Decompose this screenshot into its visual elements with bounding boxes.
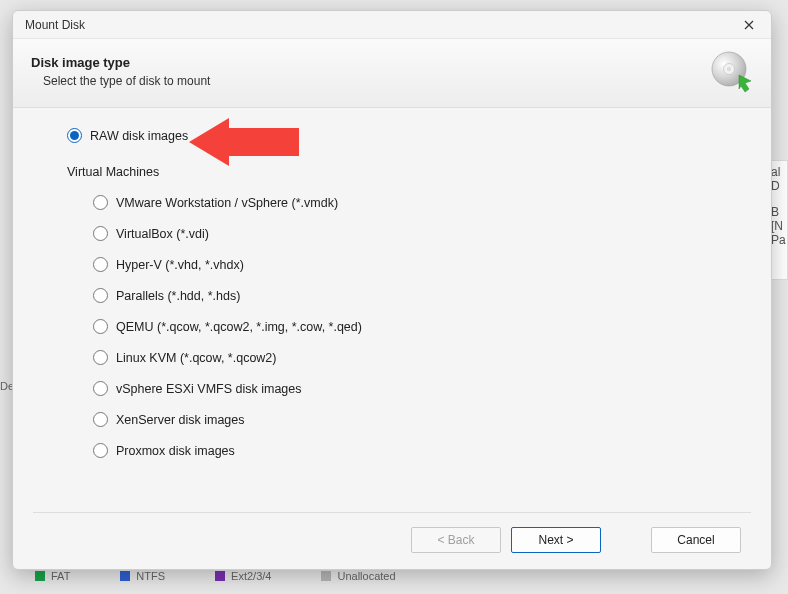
radio-virtualbox[interactable]: VirtualBox (*.vdi) <box>93 226 737 241</box>
legend-swatch <box>35 571 45 581</box>
dialog-footer: < Back Next > Cancel <box>33 512 751 569</box>
legend-swatch <box>215 571 225 581</box>
radio-input-raw[interactable] <box>67 128 82 143</box>
legend-item-unallocated: Unallocated <box>321 570 395 582</box>
wizard-header: Disk image type Select the type of disk … <box>13 39 771 108</box>
radio-linux-kvm[interactable]: Linux KVM (*.qcow, *.qcow2) <box>93 350 737 365</box>
window-title: Mount Disk <box>25 18 85 32</box>
back-button[interactable]: < Back <box>411 527 501 553</box>
radio-raw-disk-images[interactable]: RAW disk images <box>67 128 737 143</box>
radio-label[interactable]: Hyper-V (*.vhd, *.vhdx) <box>116 258 244 272</box>
legend-swatch <box>120 571 130 581</box>
radio-input[interactable] <box>93 257 108 272</box>
radio-input[interactable] <box>93 195 108 210</box>
radio-input[interactable] <box>93 226 108 241</box>
vm-options-group: VMware Workstation / vSphere (*.vmdk) Vi… <box>67 195 737 458</box>
legend-item-ntfs: NTFS <box>120 570 165 582</box>
radio-label[interactable]: VirtualBox (*.vdi) <box>116 227 209 241</box>
radio-label[interactable]: XenServer disk images <box>116 413 245 427</box>
radio-parallels[interactable]: Parallels (*.hdd, *.hds) <box>93 288 737 303</box>
page-title: Disk image type <box>31 55 210 70</box>
radio-xenserver[interactable]: XenServer disk images <box>93 412 737 427</box>
radio-label-raw[interactable]: RAW disk images <box>90 129 188 143</box>
next-button[interactable]: Next > <box>511 527 601 553</box>
legend-item-ext: Ext2/3/4 <box>215 570 271 582</box>
radio-label[interactable]: VMware Workstation / vSphere (*.vmdk) <box>116 196 338 210</box>
svg-point-2 <box>727 67 731 71</box>
legend-item-fat: FAT <box>35 570 70 582</box>
titlebar: Mount Disk <box>13 11 771 39</box>
page-subtitle: Select the type of disk to mount <box>43 74 210 88</box>
radio-hyperv[interactable]: Hyper-V (*.vhd, *.vhdx) <box>93 257 737 272</box>
radio-qemu[interactable]: QEMU (*.qcow, *.qcow2, *.img, *.cow, *.q… <box>93 319 737 334</box>
radio-label[interactable]: Proxmox disk images <box>116 444 235 458</box>
radio-input[interactable] <box>93 381 108 396</box>
close-icon <box>744 20 754 30</box>
radio-label[interactable]: vSphere ESXi VMFS disk images <box>116 382 302 396</box>
radio-input[interactable] <box>93 319 108 334</box>
radio-proxmox[interactable]: Proxmox disk images <box>93 443 737 458</box>
dialog-body: RAW disk images Virtual Machines VMware … <box>13 108 771 512</box>
radio-vmware[interactable]: VMware Workstation / vSphere (*.vmdk) <box>93 195 737 210</box>
filesystem-legend: FAT NTFS Ext2/3/4 Unallocated <box>35 570 396 582</box>
radio-input[interactable] <box>93 288 108 303</box>
radio-label[interactable]: Parallels (*.hdd, *.hds) <box>116 289 240 303</box>
cancel-button[interactable]: Cancel <box>651 527 741 553</box>
radio-esxi-vmfs[interactable]: vSphere ESXi VMFS disk images <box>93 381 737 396</box>
disk-mount-icon <box>709 49 753 93</box>
mount-disk-dialog: Mount Disk Disk image type Select the ty… <box>12 10 772 570</box>
section-heading-virtual-machines: Virtual Machines <box>67 165 737 179</box>
radio-input[interactable] <box>93 443 108 458</box>
radio-input[interactable] <box>93 350 108 365</box>
radio-label[interactable]: QEMU (*.qcow, *.qcow2, *.img, *.cow, *.q… <box>116 320 362 334</box>
radio-label[interactable]: Linux KVM (*.qcow, *.qcow2) <box>116 351 277 365</box>
legend-swatch <box>321 571 331 581</box>
radio-input[interactable] <box>93 412 108 427</box>
close-button[interactable] <box>735 14 763 36</box>
